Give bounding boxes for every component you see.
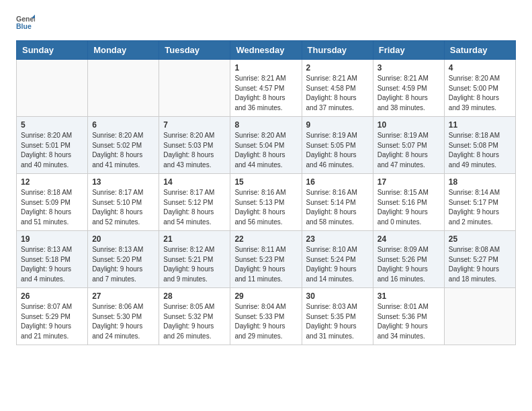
- calendar-day-cell: 30Sunrise: 8:03 AM Sunset: 5:35 PM Dayli…: [302, 288, 373, 345]
- day-info: Sunrise: 8:12 AM Sunset: 5:21 PM Dayligh…: [163, 245, 226, 284]
- day-info: Sunrise: 8:14 AM Sunset: 5:17 PM Dayligh…: [449, 188, 511, 227]
- day-header-tuesday: Tuesday: [159, 41, 230, 60]
- day-number: 17: [378, 177, 440, 187]
- day-number: 15: [234, 177, 297, 187]
- day-info: Sunrise: 8:18 AM Sunset: 5:09 PM Dayligh…: [21, 188, 83, 227]
- calendar-day-cell: 19Sunrise: 8:13 AM Sunset: 5:18 PM Dayli…: [17, 231, 88, 288]
- calendar-day-cell: 29Sunrise: 8:04 AM Sunset: 5:33 PM Dayli…: [230, 288, 302, 345]
- day-info: Sunrise: 8:09 AM Sunset: 5:26 PM Dayligh…: [378, 245, 440, 284]
- day-number: 8: [234, 120, 297, 130]
- day-number: 12: [21, 177, 83, 187]
- day-info: Sunrise: 8:08 AM Sunset: 5:27 PM Dayligh…: [449, 245, 511, 284]
- day-info: Sunrise: 8:19 AM Sunset: 5:07 PM Dayligh…: [378, 131, 440, 170]
- day-info: Sunrise: 8:01 AM Sunset: 5:36 PM Dayligh…: [378, 302, 440, 341]
- day-number: 19: [21, 234, 83, 244]
- calendar-day-cell: 22Sunrise: 8:11 AM Sunset: 5:23 PM Dayli…: [230, 231, 302, 288]
- day-info: Sunrise: 8:21 AM Sunset: 4:57 PM Dayligh…: [234, 74, 297, 113]
- day-number: 5: [21, 120, 83, 130]
- day-header-sunday: Sunday: [17, 41, 88, 60]
- day-number: 11: [449, 120, 511, 130]
- calendar-day-cell: 28Sunrise: 8:05 AM Sunset: 5:32 PM Dayli…: [159, 288, 230, 345]
- calendar-day-cell: 5Sunrise: 8:20 AM Sunset: 5:01 PM Daylig…: [17, 117, 88, 174]
- day-info: Sunrise: 8:20 AM Sunset: 5:01 PM Dayligh…: [21, 131, 83, 170]
- calendar-day-cell: 1Sunrise: 8:21 AM Sunset: 4:57 PM Daylig…: [230, 60, 302, 117]
- day-number: 26: [21, 291, 83, 301]
- day-info: Sunrise: 8:04 AM Sunset: 5:33 PM Dayligh…: [234, 302, 297, 341]
- day-info: Sunrise: 8:16 AM Sunset: 5:14 PM Dayligh…: [306, 188, 369, 227]
- day-number: 27: [92, 291, 154, 301]
- day-info: Sunrise: 8:10 AM Sunset: 5:24 PM Dayligh…: [306, 245, 369, 284]
- day-number: 29: [234, 291, 297, 301]
- day-number: 31: [378, 291, 440, 301]
- day-number: 30: [306, 291, 369, 301]
- calendar-day-cell: [444, 288, 515, 345]
- calendar-week-row: 26Sunrise: 8:07 AM Sunset: 5:29 PM Dayli…: [17, 288, 516, 345]
- day-number: 1: [234, 63, 297, 73]
- page-header: General Blue: [16, 13, 516, 32]
- day-header-friday: Friday: [373, 41, 444, 60]
- calendar-day-cell: 20Sunrise: 8:13 AM Sunset: 5:20 PM Dayli…: [88, 231, 159, 288]
- calendar-day-cell: 17Sunrise: 8:15 AM Sunset: 5:16 PM Dayli…: [373, 174, 444, 231]
- calendar-day-cell: [159, 60, 230, 117]
- day-info: Sunrise: 8:20 AM Sunset: 5:03 PM Dayligh…: [163, 131, 226, 170]
- calendar-week-row: 12Sunrise: 8:18 AM Sunset: 5:09 PM Dayli…: [17, 174, 516, 231]
- day-number: 23: [306, 234, 369, 244]
- calendar-day-cell: 24Sunrise: 8:09 AM Sunset: 5:26 PM Dayli…: [373, 231, 444, 288]
- calendar-day-cell: 18Sunrise: 8:14 AM Sunset: 5:17 PM Dayli…: [444, 174, 515, 231]
- calendar-day-cell: 4Sunrise: 8:20 AM Sunset: 5:00 PM Daylig…: [444, 60, 515, 117]
- calendar-day-cell: 11Sunrise: 8:18 AM Sunset: 5:08 PM Dayli…: [444, 117, 515, 174]
- day-info: Sunrise: 8:17 AM Sunset: 5:12 PM Dayligh…: [163, 188, 226, 227]
- day-number: 25: [449, 234, 511, 244]
- calendar-day-cell: 27Sunrise: 8:06 AM Sunset: 5:30 PM Dayli…: [88, 288, 159, 345]
- calendar-day-cell: 2Sunrise: 8:21 AM Sunset: 4:58 PM Daylig…: [302, 60, 373, 117]
- calendar-day-cell: [17, 60, 88, 117]
- calendar-day-cell: 8Sunrise: 8:20 AM Sunset: 5:04 PM Daylig…: [230, 117, 302, 174]
- calendar-day-cell: 12Sunrise: 8:18 AM Sunset: 5:09 PM Dayli…: [17, 174, 88, 231]
- day-header-wednesday: Wednesday: [230, 41, 302, 60]
- day-header-monday: Monday: [88, 41, 159, 60]
- day-number: 21: [163, 234, 226, 244]
- day-info: Sunrise: 8:19 AM Sunset: 5:05 PM Dayligh…: [306, 131, 369, 170]
- calendar-day-cell: 16Sunrise: 8:16 AM Sunset: 5:14 PM Dayli…: [302, 174, 373, 231]
- day-info: Sunrise: 8:21 AM Sunset: 4:58 PM Dayligh…: [306, 74, 369, 113]
- calendar-day-cell: 25Sunrise: 8:08 AM Sunset: 5:27 PM Dayli…: [444, 231, 515, 288]
- day-info: Sunrise: 8:20 AM Sunset: 5:04 PM Dayligh…: [234, 131, 297, 170]
- day-info: Sunrise: 8:06 AM Sunset: 5:30 PM Dayligh…: [92, 302, 154, 341]
- day-number: 20: [92, 234, 154, 244]
- day-info: Sunrise: 8:15 AM Sunset: 5:16 PM Dayligh…: [378, 188, 440, 227]
- day-info: Sunrise: 8:03 AM Sunset: 5:35 PM Dayligh…: [306, 302, 369, 341]
- calendar-week-row: 1Sunrise: 8:21 AM Sunset: 4:57 PM Daylig…: [17, 60, 516, 117]
- day-number: 14: [163, 177, 226, 187]
- day-number: 2: [306, 63, 369, 73]
- day-info: Sunrise: 8:20 AM Sunset: 5:00 PM Dayligh…: [449, 74, 511, 113]
- day-number: 18: [449, 177, 511, 187]
- day-info: Sunrise: 8:17 AM Sunset: 5:10 PM Dayligh…: [92, 188, 154, 227]
- calendar-day-cell: 26Sunrise: 8:07 AM Sunset: 5:29 PM Dayli…: [17, 288, 88, 345]
- day-number: 24: [378, 234, 440, 244]
- calendar-day-cell: [88, 60, 159, 117]
- calendar-day-cell: 13Sunrise: 8:17 AM Sunset: 5:10 PM Dayli…: [88, 174, 159, 231]
- day-header-saturday: Saturday: [444, 41, 515, 60]
- calendar-header-row: SundayMondayTuesdayWednesdayThursdayFrid…: [17, 41, 516, 60]
- day-header-thursday: Thursday: [302, 41, 373, 60]
- day-info: Sunrise: 8:20 AM Sunset: 5:02 PM Dayligh…: [92, 131, 154, 170]
- day-info: Sunrise: 8:13 AM Sunset: 5:20 PM Dayligh…: [92, 245, 154, 284]
- day-number: 6: [92, 120, 154, 130]
- calendar-day-cell: 14Sunrise: 8:17 AM Sunset: 5:12 PM Dayli…: [159, 174, 230, 231]
- day-info: Sunrise: 8:07 AM Sunset: 5:29 PM Dayligh…: [21, 302, 83, 341]
- day-number: 22: [234, 234, 297, 244]
- calendar-day-cell: 9Sunrise: 8:19 AM Sunset: 5:05 PM Daylig…: [302, 117, 373, 174]
- day-number: 10: [378, 120, 440, 130]
- calendar-day-cell: 21Sunrise: 8:12 AM Sunset: 5:21 PM Dayli…: [159, 231, 230, 288]
- calendar-day-cell: 6Sunrise: 8:20 AM Sunset: 5:02 PM Daylig…: [88, 117, 159, 174]
- calendar-week-row: 5Sunrise: 8:20 AM Sunset: 5:01 PM Daylig…: [17, 117, 516, 174]
- calendar-day-cell: 23Sunrise: 8:10 AM Sunset: 5:24 PM Dayli…: [302, 231, 373, 288]
- day-info: Sunrise: 8:16 AM Sunset: 5:13 PM Dayligh…: [234, 188, 297, 227]
- day-number: 13: [92, 177, 154, 187]
- logo-icon: General Blue: [16, 13, 35, 32]
- logo: General Blue: [16, 13, 38, 32]
- day-number: 28: [163, 291, 226, 301]
- day-number: 3: [378, 63, 440, 73]
- day-number: 9: [306, 120, 369, 130]
- day-info: Sunrise: 8:21 AM Sunset: 4:59 PM Dayligh…: [378, 74, 440, 113]
